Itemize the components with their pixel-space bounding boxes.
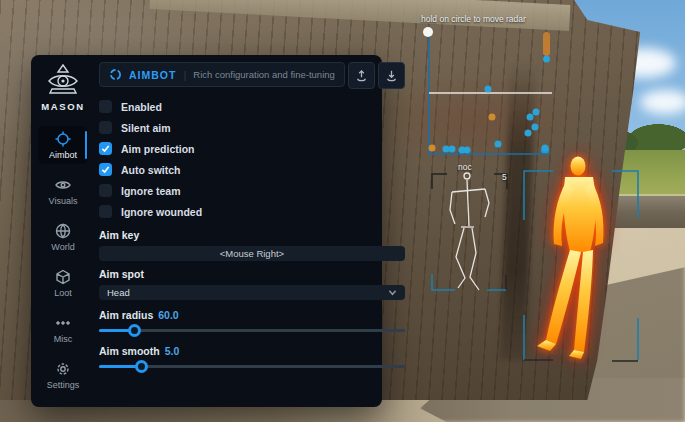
sidebar-item-settings[interactable]: Settings xyxy=(38,356,88,394)
download-icon xyxy=(385,69,398,82)
toggle-label: Auto switch xyxy=(121,164,181,176)
toggle-auto-switch[interactable]: Auto switch xyxy=(99,159,405,180)
aim-radius-slider[interactable] xyxy=(99,324,405,336)
aim-smooth-slider[interactable] xyxy=(99,360,405,372)
sidebar-item-aimbot[interactable]: Aimbot xyxy=(38,126,88,164)
toggle-aim-prediction[interactable]: Aim prediction xyxy=(99,138,405,159)
download-config-button[interactable] xyxy=(378,62,405,89)
sidebar-item-visuals[interactable]: Visuals xyxy=(38,172,88,210)
globe-icon xyxy=(55,223,71,239)
radar-hint-label: hold on circle to move radar xyxy=(421,14,526,24)
check-icon xyxy=(101,165,110,174)
sidebar-nav: Aimbot Visuals World xyxy=(31,126,95,394)
toggle-label: Silent aim xyxy=(121,122,171,134)
sidebar-item-label: Misc xyxy=(54,334,73,344)
title-separator: | xyxy=(183,69,186,81)
brand-name: MASON xyxy=(41,101,84,112)
aim-key-label: Aim key xyxy=(99,229,405,241)
toggle-ignore-wounded[interactable]: Ignore wounded xyxy=(99,201,405,222)
sidebar: MASON Aimbot Visuals xyxy=(31,55,95,407)
panel-content: AIMBOT | Rich configuration and fine-tun… xyxy=(95,55,412,407)
aim-smooth-label: Aim smooth xyxy=(99,345,160,357)
aim-spot-value: Head xyxy=(107,287,130,298)
toggle-label: Ignore team xyxy=(121,185,181,197)
aim-radius-label-row: Aim radius 60.0 xyxy=(99,309,405,321)
sidebar-item-label: World xyxy=(51,242,74,252)
esp-player-distance: 5 xyxy=(502,172,507,182)
crosshair-icon xyxy=(55,131,71,147)
module-title: AIMBOT xyxy=(129,69,176,81)
aim-radius-value: 60.0 xyxy=(158,309,178,321)
aim-smooth-label-row: Aim smooth 5.0 xyxy=(99,345,405,357)
chevron-down-icon xyxy=(388,288,397,297)
checkbox[interactable] xyxy=(99,142,112,155)
aim-smooth-value: 5.0 xyxy=(165,345,180,357)
aim-spot-select[interactable]: Head xyxy=(99,285,405,300)
toggle-enabled[interactable]: Enabled xyxy=(99,96,405,117)
toggle-label: Ignore wounded xyxy=(121,206,202,218)
checkbox[interactable] xyxy=(99,100,112,113)
reticle-icon xyxy=(109,68,122,81)
selected-indicator xyxy=(85,131,88,158)
checkbox[interactable] xyxy=(99,184,112,197)
gear-icon xyxy=(55,361,71,377)
toggle-list: Enabled Silent aim Aim prediction xyxy=(99,96,405,222)
aim-key-bind-button[interactable]: <Mouse Right> xyxy=(99,246,405,261)
sidebar-item-label: Settings xyxy=(47,380,80,390)
sidebar-item-world[interactable]: World xyxy=(38,218,88,256)
aim-radius-label: Aim radius xyxy=(99,309,153,321)
esp-player-name: noc xyxy=(458,162,472,172)
brand-logo: MASON xyxy=(41,63,84,112)
module-title-bar: AIMBOT | Rich configuration and fine-tun… xyxy=(99,62,345,87)
sidebar-item-misc[interactable]: Misc xyxy=(38,310,88,348)
toggle-silent-aim[interactable]: Silent aim xyxy=(99,117,405,138)
module-header: AIMBOT | Rich configuration and fine-tun… xyxy=(99,62,405,87)
module-subtitle: Rich configuration and fine-tuning xyxy=(193,69,335,80)
sidebar-item-label: Loot xyxy=(54,288,72,298)
toggle-label: Aim prediction xyxy=(121,143,195,155)
checkbox[interactable] xyxy=(99,121,112,134)
check-icon xyxy=(101,144,110,153)
sidebar-item-loot[interactable]: Loot xyxy=(38,264,88,302)
slider-thumb[interactable] xyxy=(128,324,141,337)
toggle-label: Enabled xyxy=(121,101,162,113)
package-icon xyxy=(55,269,71,285)
cheat-menu-panel: MASON Aimbot Visuals xyxy=(31,55,382,407)
eye-icon xyxy=(55,177,71,193)
mason-eye-icon xyxy=(45,63,81,97)
upload-config-button[interactable] xyxy=(348,62,375,89)
aim-spot-label: Aim spot xyxy=(99,268,405,280)
game-screen: hold on circle to move radar noc 5 MASON xyxy=(0,0,685,422)
upload-icon xyxy=(355,69,368,82)
ellipsis-icon xyxy=(55,315,71,331)
checkbox[interactable] xyxy=(99,205,112,218)
checkbox[interactable] xyxy=(99,163,112,176)
sidebar-item-label: Aimbot xyxy=(49,150,77,160)
sidebar-item-label: Visuals xyxy=(49,196,78,206)
slider-thumb[interactable] xyxy=(135,360,148,373)
toggle-ignore-team[interactable]: Ignore team xyxy=(99,180,405,201)
slider-track[interactable] xyxy=(99,329,405,332)
